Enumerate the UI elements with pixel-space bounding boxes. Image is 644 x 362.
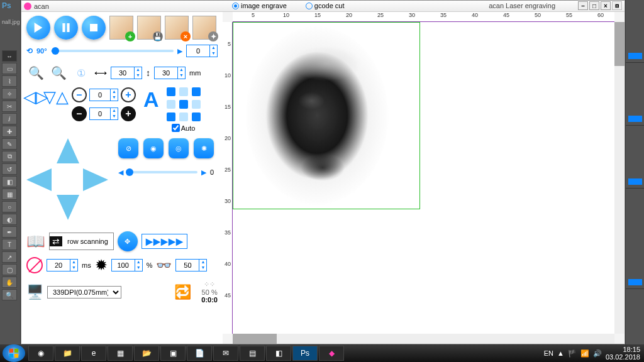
- step1-input[interactable]: 0▲▼: [89, 89, 118, 101]
- ps-tool-pen[interactable]: ✒: [2, 226, 17, 238]
- move-origin-button[interactable]: ✥: [118, 231, 138, 251]
- maximize-button[interactable]: □: [589, 1, 599, 10]
- minimize-button[interactable]: –: [578, 1, 588, 10]
- anchor-grid[interactable]: [167, 87, 201, 121]
- ps-tool-move[interactable]: ↔: [2, 50, 17, 62]
- zoom-out-icon[interactable]: 🔍: [49, 63, 68, 82]
- ps-tool-gradient[interactable]: ▦: [2, 189, 17, 200]
- ps-tool-zoom[interactable]: 🔍: [2, 289, 17, 300]
- taskbar-chrome[interactable]: ◉: [28, 346, 53, 361]
- ps-tool-dodge[interactable]: ◐: [2, 214, 17, 225]
- dec-step1-button[interactable]: –: [72, 87, 87, 102]
- ps-tool-marquee[interactable]: ▭: [2, 63, 17, 74]
- ps-panel-stub-2[interactable]: [628, 116, 642, 122]
- taskbar-app7[interactable]: ◧: [266, 346, 291, 361]
- tray-icon-1[interactable]: ▲: [557, 349, 564, 357]
- effects-image-button[interactable]: ✦: [192, 16, 216, 40]
- ps-tool-brush[interactable]: ✎: [2, 138, 17, 150]
- tray-icon-net[interactable]: 📶: [580, 349, 589, 358]
- clock[interactable]: 18:15 03.02.2018: [606, 346, 640, 361]
- taskbar-app4[interactable]: 📄: [187, 346, 212, 361]
- mode-btn-1[interactable]: ⊘: [118, 138, 138, 158]
- stop-button[interactable]: [82, 16, 106, 40]
- play-button[interactable]: [26, 16, 50, 40]
- ps-tool-stamp[interactable]: ⧉: [2, 151, 17, 162]
- flip-h-icon[interactable]: ◁▷: [26, 87, 45, 106]
- laser-off-icon[interactable]: [26, 257, 43, 273]
- taskbar-app5[interactable]: ✉: [213, 346, 238, 361]
- jog-right-button[interactable]: [83, 168, 108, 191]
- taskbar-app6[interactable]: ▤: [240, 346, 265, 361]
- scrollbar-vertical[interactable]: [614, 22, 625, 334]
- start-button[interactable]: [3, 344, 25, 362]
- pause-button[interactable]: [54, 16, 78, 40]
- angle-input[interactable]: 0▲▼: [186, 45, 218, 57]
- taskbar-app2[interactable]: 📂: [134, 346, 159, 361]
- width-input[interactable]: 30▲▼: [111, 67, 142, 79]
- ps-tool-shape[interactable]: ▢: [2, 264, 17, 275]
- jog-up-button[interactable]: [57, 138, 79, 163]
- engraved-image[interactable]: [233, 22, 420, 209]
- add-image-button[interactable]: +: [109, 16, 133, 40]
- height-input[interactable]: 30▲▼: [154, 67, 186, 79]
- inc-step2-button[interactable]: +: [121, 106, 136, 121]
- tray-icon-vol[interactable]: 🔊: [593, 349, 602, 358]
- delete-image-button[interactable]: ×: [165, 16, 189, 40]
- ps-tool-eyedrop[interactable]: ⅈ: [2, 113, 17, 124]
- auto-checkbox[interactable]: Auto: [172, 124, 196, 132]
- speed-slider[interactable]: [127, 167, 197, 177]
- save-image-button[interactable]: 💾: [137, 16, 161, 40]
- ps-tool-path[interactable]: ↗: [2, 251, 17, 263]
- scanner-icon[interactable]: 📖: [26, 233, 45, 250]
- ps-tool-heal[interactable]: ✚: [2, 126, 17, 137]
- taskbar-ie[interactable]: e: [81, 346, 106, 361]
- taskbar-app1[interactable]: ▦: [108, 346, 133, 361]
- flip-v-icon[interactable]: ▽△: [47, 87, 65, 106]
- monitor-icon[interactable]: 🖥️: [26, 284, 43, 300]
- ps-tool-crop[interactable]: ✂: [2, 101, 17, 112]
- lang-indicator[interactable]: EN: [544, 349, 553, 357]
- taskbar-explorer[interactable]: 📁: [55, 346, 80, 361]
- step2-input[interactable]: 0▲▼: [89, 107, 118, 120]
- scan-mode-select[interactable]: ⇄row scanning: [49, 233, 114, 250]
- aux-close-button[interactable]: ⧈: [612, 1, 622, 10]
- ps-tool-text[interactable]: T: [2, 239, 17, 250]
- zoom-fit-icon[interactable]: ①: [72, 63, 91, 82]
- scrollbar-horizontal[interactable]: [233, 334, 614, 344]
- dpi-select[interactable]: 339DPI(0.075mm): [47, 286, 121, 299]
- taskbar-photoshop[interactable]: Ps: [292, 346, 318, 361]
- taskbar-app3[interactable]: ▣: [160, 346, 186, 361]
- ps-tool-history[interactable]: ↺: [2, 163, 17, 175]
- pct-input[interactable]: 100▲▼: [111, 259, 143, 272]
- jog-down-button[interactable]: [57, 195, 79, 220]
- inc-step1-button[interactable]: +: [121, 87, 136, 102]
- close-button[interactable]: ×: [601, 1, 611, 10]
- ps-tool-lasso[interactable]: ⌇: [2, 75, 17, 87]
- zoom-in-icon[interactable]: 🔍: [26, 63, 45, 82]
- radio-gcode-cut[interactable]: gcode cut: [306, 2, 345, 9]
- pct-unit: %: [147, 261, 153, 269]
- text-tool-icon[interactable]: A: [143, 87, 159, 112]
- mode-btn-4[interactable]: ✺: [194, 138, 214, 158]
- repeat-icon[interactable]: 🔁: [174, 284, 191, 300]
- radio-image-engrave[interactable]: image engrave: [232, 2, 287, 9]
- cut-input[interactable]: 50▲▼: [175, 259, 207, 272]
- ps-panel-stub-1[interactable]: [628, 53, 642, 59]
- ps-tool-blur[interactable]: ○: [2, 201, 17, 212]
- ms-input[interactable]: 20▲▼: [47, 259, 78, 272]
- mode-btn-3[interactable]: ◎: [169, 138, 189, 158]
- ps-tool-eraser[interactable]: ◧: [2, 176, 17, 187]
- timer-value: 0:0:0: [201, 296, 218, 304]
- jog-left-button[interactable]: [26, 168, 52, 191]
- ps-panel-stub-4[interactable]: [628, 279, 642, 285]
- tray-icon-flag[interactable]: 🏴: [568, 349, 577, 358]
- ps-panel-stub-3[interactable]: [628, 178, 642, 185]
- dec-step2-button[interactable]: –: [72, 106, 87, 121]
- taskbar-acan[interactable]: ◆: [319, 346, 344, 361]
- ps-tab-label[interactable]: nall.jpg: [2, 19, 18, 25]
- angle-slider[interactable]: [51, 46, 174, 56]
- ps-tool-wand[interactable]: ✧: [2, 88, 17, 99]
- ps-tool-hand[interactable]: ✋: [2, 277, 17, 288]
- mode-btn-2[interactable]: ◉: [143, 138, 164, 158]
- canvas[interactable]: [233, 22, 614, 334]
